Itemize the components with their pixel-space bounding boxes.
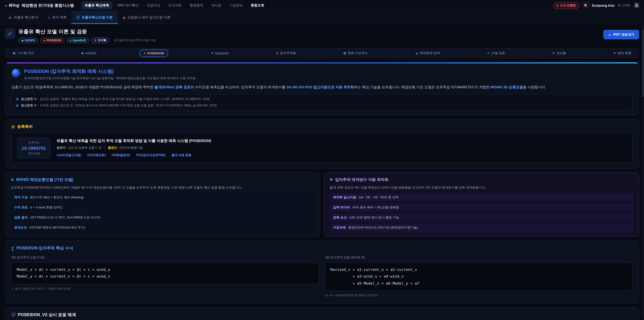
section-pill-nav: ▣시스템 개요 ◆KOSPS ●POSEIDON ●OpenDrift ◎입자추…: [5, 48, 639, 58]
pill-poseidon[interactable]: ●POSEIDON: [140, 50, 168, 57]
tag-hs[interactable]: HS(화음탐색): [112, 153, 130, 158]
page-title: 유출유 확산 모델 이론 및 검증: [18, 29, 156, 35]
spec-row-project: 지정과제행정안전부 KCG-01-2017-05 (해양경비지원기술): [330, 223, 633, 232]
pill-ocean-env-input[interactable]: ☁해양환경 입력: [411, 49, 444, 57]
nav-item-integrated-search[interactable]: 통합조회: [248, 1, 268, 10]
tab-label: 유출유확산모델 이론: [82, 15, 113, 20]
spec-row-boundary: 경계조건HYCOM 재분석 (MYOCEAN 대비 우수): [11, 223, 314, 232]
spec-row-input-data: 입력 데이터유속·풍속 벡터 + 제1모델 변화량: [330, 203, 633, 211]
badge-ensemble[interactable]: ↯앙상블: [91, 37, 109, 43]
references-box: ▤ 참고문헌 ①: 김도연·김용혁, "유출유 확산 예측을 위한 입자 추적 …: [12, 94, 632, 111]
nav-item-rescue[interactable]: 긴급구난: [144, 1, 164, 10]
optimization-heading: ✻ 입자추적 매개변수 자동 최적화: [330, 177, 633, 182]
nav-item-weather[interactable]: 기상정보: [226, 1, 246, 10]
pdf-export-button[interactable]: PDF 내보내기: [604, 30, 639, 39]
sigma-icon: ∑: [12, 246, 14, 250]
optimization-description: 뜰개 관측 경로와 제1 모델 예측값의 단위시간별 변화량을 비교하여 제2 …: [330, 185, 633, 190]
diamond-icon: ◈: [123, 16, 125, 19]
diamond-icon: ◆: [22, 39, 24, 42]
incident-active-badge[interactable]: 사고 진행중: [553, 2, 579, 9]
spec-row-algorithm: 최적화 알고리즘GA · DE · HS · PSO 중 선택: [330, 193, 633, 201]
operation-heading: POSEIDON_V2 상시 운용 체계: [12, 312, 632, 318]
gear-icon: ✻: [330, 178, 333, 182]
user-name[interactable]: Eunjeong Kim: [592, 4, 614, 7]
page-scrollbar[interactable]: [642, 25, 644, 319]
tag-pso[interactable]: PSO(입자군집최적화): [136, 153, 166, 158]
pill-ensemble[interactable]: ↯앙상블: [548, 49, 570, 57]
tab-model-theory[interactable]: 유출유확산모델 이론: [72, 11, 118, 24]
book-icon: ▤: [16, 104, 18, 107]
bar-chart-icon: [8, 16, 12, 19]
top-navbar: Wing 해양환경 위기대응 통합시스템 유출유 확산예측 HNS·대기확산 긴…: [0, 0, 644, 11]
tab-oil-fence-theory[interactable]: ◈ 오일펜스 배치 알고리즘 이론: [118, 11, 176, 24]
incident-active-label: 사고 진행중: [560, 3, 576, 8]
pdf-export-label: PDF 내보내기: [613, 32, 634, 37]
brand[interactable]: Wing 해양환경 위기대응 통합시스템: [4, 3, 74, 8]
model2-formula-block: 제2 입자추적 모델 (최적화 후) Revised_x = a1·curren…: [325, 255, 632, 298]
tag-de[interactable]: DE(차분진화): [88, 153, 106, 158]
tab-label: 오일펜스 배치 알고리즘 이론: [128, 15, 170, 20]
reg-number-label: 등록번호: [21, 141, 47, 144]
pill-system-overview[interactable]: ▣시스템 개요: [9, 49, 38, 57]
lightning-icon: ↯: [552, 51, 555, 55]
patent-registration-block: 등록번호 10-1868791 2018 등록: [17, 138, 51, 158]
model1-formula-block: 제1 입자추적 모델 (기본) Model_x = Δt × current_u…: [12, 255, 319, 298]
model1-caption: c : 풍속 가중치 (예: c=0.3 → 바람의 30% 반영): [12, 287, 319, 291]
model1-code: Model_x = Δt × current_u + Δt × c × wind…: [12, 262, 319, 284]
highlight-mohid-model: MOHID 3D 순환모델: [490, 85, 523, 89]
operation-system-card: POSEIDON_V2 상시 운용 체계 외부 입력 자료 HYCOM 해류·수…: [5, 307, 639, 320]
patent-title: 유출유 확산 예측을 위한 입자 추적 모듈 최적화 방법 및 이를 이용한 예…: [57, 138, 211, 143]
mohid-model-card: ≋ MOHID 해양순환모델 (기반 모델) 포르투갈 IST/MARETEC에…: [5, 172, 320, 237]
nav-item-oil-spill-forecast[interactable]: 유출유 확산예측: [81, 1, 112, 10]
list-icon: ≡: [48, 16, 50, 19]
target-icon: ◎: [276, 51, 278, 55]
spec-row-vertical-coord: 수직 좌표σ + Z-level 혼합 (GVC): [11, 203, 314, 211]
badge-kosps[interactable]: ◆KOSPS: [18, 38, 38, 43]
page-subtitle-note: 라그랑지안 입자추적 이론 기반: [114, 38, 156, 43]
tag-ga[interactable]: GA(유전알고리즘): [57, 153, 81, 158]
clipboard-icon: ▤: [12, 125, 15, 129]
reference-2: ▤ 참고문헌 ②: 이재호·임병준·김도연 외, "2016년 동아시아 해역의…: [16, 103, 628, 108]
topnav-right-cluster: 사고 진행중 Eunjeong Kim 로그아웃: [553, 2, 640, 9]
patent-section-heading: ▤ 등록특허: [12, 124, 632, 129]
page-chart-icon: [5, 29, 15, 39]
brand-title: 해양환경 위기대응 통합시스템: [22, 3, 74, 8]
notifications-button[interactable]: [582, 2, 589, 9]
tag-drifter-assimilation[interactable]: 뜰개 자동 동화: [172, 153, 191, 158]
tab-spill-analysis[interactable]: 유출유 확산분석: [3, 11, 43, 24]
model-detail-columns: ≋ MOHID 해양순환모델 (기반 모델) 포르투갈 IST/MARETEC에…: [5, 172, 639, 237]
nav-item-aerial-search[interactable]: 항공탐색: [186, 1, 206, 10]
patent-people-line: 발명자 : 김도연·김용혁·김충기 외 | 출원인 : (주)아라종합기술: [57, 146, 211, 150]
model2-label: 제2 입자추적 모델 (최적화 후): [325, 255, 632, 260]
formulas-heading: ∑ POSEIDON 입자추적 핵심 수식: [12, 245, 632, 251]
pill-kosps[interactable]: ◆KOSPS: [77, 50, 100, 57]
badge-poseidon[interactable]: ●POSEIDON: [40, 38, 64, 43]
pill-model-validation[interactable]: ✔모델 검증: [483, 49, 509, 57]
tab-label: 유출유 확산분석: [14, 15, 38, 20]
alert-dot-icon: [556, 5, 558, 6]
badge-opendrift[interactable]: ●OpenDrift: [66, 38, 89, 43]
pill-opendrift[interactable]: ●OpenDrift: [207, 50, 232, 57]
model1-label: 제1 입자추적 모델 (기본): [12, 255, 319, 260]
grid-icon: ▣: [13, 51, 16, 55]
hamburger-menu-button[interactable]: [633, 2, 640, 9]
pill-particle-tracking[interactable]: ◎입자추적법: [272, 49, 300, 57]
wing-logo-icon: [4, 4, 8, 7]
logout-link[interactable]: 로그아웃: [618, 3, 630, 8]
tab-analysis-list[interactable]: ≡ 분석 목록: [43, 11, 72, 24]
page-header: 유출유 확산 모델 이론 및 검증 ◆KOSPS ●POSEIDON ●Open…: [0, 24, 644, 46]
core-formulas-card: ∑ POSEIDON 입자추적 핵심 수식 제1 입자추적 모델 (기본) Mo…: [5, 241, 639, 303]
nav-item-reports[interactable]: 보고자료: [165, 1, 185, 10]
patent-detail-box: 등록번호 10-1868791 2018 등록 유출유 확산 예측을 위한 입자…: [12, 133, 632, 163]
dot-icon: ●: [144, 51, 146, 55]
poseidon-subtitle: 한국해양환경연구원·(주)아라종합기술·한국해양기상기술 공동개발 · MOHI…: [24, 76, 196, 81]
pill-weathering-process[interactable]: ▦풍화 프로세스: [339, 49, 372, 57]
pill-future-direction[interactable]: ➤발전 방향: [609, 49, 635, 57]
nav-item-hns[interactable]: HNS·대기확산: [114, 1, 142, 10]
poseidon-overview-card: POSEIDON (입자추적 최적화 예측 시스템) 한국해양환경연구원·(주)…: [5, 62, 639, 115]
cloud-icon: ☁: [415, 51, 418, 55]
process-grid-icon: ▦: [343, 51, 346, 55]
patent-card: ▤ 등록특허 등록번호 10-1868791 2018 등록 유출유 확산 예측…: [5, 120, 639, 168]
nav-item-board[interactable]: 게시판: [208, 1, 225, 10]
scrollbar-thumb[interactable]: [642, 30, 644, 97]
